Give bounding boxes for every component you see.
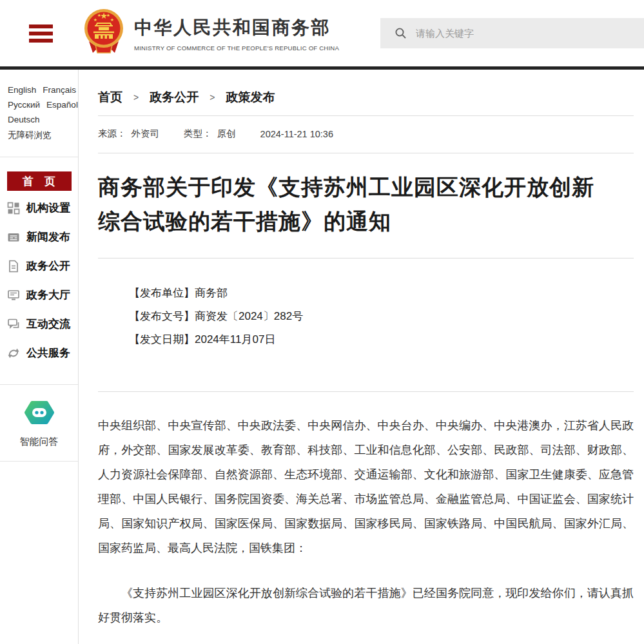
site-title: 中华人民共和国商务部 bbox=[134, 15, 339, 40]
divider bbox=[98, 258, 634, 259]
svg-text:★: ★ bbox=[110, 17, 114, 22]
accessibility-link[interactable]: 无障碍浏览 bbox=[8, 130, 52, 141]
robot-qa-icon bbox=[24, 400, 55, 425]
article-title: 商务部关于印发《支持苏州工业园区深化开放创新综合试验的若干措施》的通知 bbox=[98, 170, 607, 239]
chat-icon bbox=[7, 318, 20, 331]
document-icon bbox=[7, 260, 20, 273]
news-icon bbox=[7, 231, 20, 244]
sidebar-item-label: 首 页 bbox=[23, 174, 55, 189]
notice-paragraph: 《支持苏州工业园区深化开放创新综合试验的若干措施》已经国务院同意，现印发给你们，… bbox=[98, 581, 634, 630]
sidebar-item-interaction[interactable]: 互动交流 bbox=[0, 309, 78, 338]
sidebar-item-home[interactable]: 首 页 bbox=[7, 171, 72, 191]
site-header: ★ ★ ★ ★ ★ 中华人民共和国商务部 MINISTRY OF COMMERC… bbox=[0, 0, 644, 66]
issue-date: 【发文日期】2024年11月07日 bbox=[129, 328, 634, 351]
publish-datetime: 2024-11-21 10:36 bbox=[260, 129, 333, 139]
sidebar-item-label: 公共服务 bbox=[26, 346, 70, 360]
breadcrumb-gov-disclosure[interactable]: 政务公开 bbox=[150, 89, 199, 106]
service-hall-icon bbox=[7, 289, 20, 302]
site-title-english: MINISTRY OF COMMERCE OF THE PEOPLE'S REP… bbox=[134, 44, 339, 52]
recipients-paragraph: 中央组织部、中央宣传部、中央政法委、中央网信办、中央台办、中央编办、中央港澳办，… bbox=[98, 413, 634, 560]
sidebar-item-label: 新闻发布 bbox=[26, 229, 70, 244]
lang-espanol[interactable]: Español bbox=[46, 100, 78, 110]
sidebar: English Français Русский Español Deutsch… bbox=[0, 70, 79, 644]
svg-text:★: ★ bbox=[93, 17, 97, 22]
svg-text:★: ★ bbox=[97, 13, 101, 17]
search-icon[interactable] bbox=[395, 27, 407, 39]
sidebar-item-org-setup[interactable]: 机构设置 bbox=[0, 193, 78, 222]
smart-qa-label: 智能问答 bbox=[0, 436, 78, 448]
national-emblem-logo[interactable]: ★ ★ ★ ★ ★ bbox=[83, 8, 125, 59]
source-value: 外资司 bbox=[132, 128, 160, 139]
sidebar-item-label: 政务大厅 bbox=[26, 288, 70, 302]
article-body: 中央组织部、中央宣传部、中央政法委、中央网信办、中央台办、中央编办、中央港澳办，… bbox=[98, 413, 634, 630]
breadcrumb-separator: > bbox=[210, 92, 215, 102]
source-label: 来源： bbox=[98, 128, 126, 139]
lang-deutsch[interactable]: Deutsch bbox=[8, 115, 40, 124]
lang-russian[interactable]: Русский bbox=[8, 100, 40, 110]
search-box bbox=[380, 18, 644, 48]
smart-qa-widget[interactable]: 智能问答 bbox=[0, 384, 78, 462]
divider bbox=[98, 153, 634, 153]
svg-text:★: ★ bbox=[106, 13, 110, 17]
breadcrumb-home[interactable]: 首页 bbox=[98, 89, 122, 106]
sidebar-item-public-services[interactable]: 公共服务 bbox=[0, 338, 78, 367]
search-input[interactable] bbox=[416, 28, 644, 39]
sidebar-item-news[interactable]: 新闻发布 bbox=[0, 222, 78, 251]
sidebar-item-label: 互动交流 bbox=[26, 317, 70, 331]
publish-unit: 【发布单位】商务部 bbox=[129, 282, 634, 305]
breadcrumb-policy-release[interactable]: 政策发布 bbox=[226, 89, 275, 106]
language-switcher: English Français Русский Español Deutsch… bbox=[0, 70, 78, 157]
divider bbox=[98, 391, 634, 392]
sidebar-nav: 首 页 机构设置 新闻发布 bbox=[0, 157, 78, 376]
breadcrumb: 首页 > 政务公开 > 政策发布 bbox=[98, 89, 634, 106]
public-service-icon bbox=[7, 347, 20, 360]
main-content: 首页 > 政务公开 > 政策发布 来源： 外资司 类型： 原创 2024-11-… bbox=[79, 70, 644, 644]
sidebar-item-label: 机构设置 bbox=[26, 200, 70, 215]
lang-english[interactable]: English bbox=[8, 85, 36, 95]
document-details: 【发布单位】商务部 【发布文号】商资发〔2024〕282号 【发文日期】2024… bbox=[129, 282, 634, 351]
sidebar-item-gov-disclosure[interactable]: 政务公开 bbox=[0, 251, 78, 280]
type-label: 类型： bbox=[184, 128, 212, 139]
sidebar-item-service-hall[interactable]: 政务大厅 bbox=[0, 280, 78, 309]
site-title-block: 中华人民共和国商务部 MINISTRY OF COMMERCE OF THE P… bbox=[134, 15, 339, 52]
breadcrumb-separator: > bbox=[133, 92, 139, 102]
lang-francais[interactable]: Français bbox=[43, 85, 76, 95]
sidebar-item-label: 政务公开 bbox=[26, 259, 70, 273]
type-value: 原创 bbox=[217, 128, 236, 139]
org-grid-icon bbox=[7, 202, 20, 215]
menu-icon[interactable] bbox=[29, 21, 53, 46]
document-number: 【发布文号】商资发〔2024〕282号 bbox=[129, 305, 634, 328]
divider bbox=[98, 115, 634, 116]
article-meta: 来源： 外资司 类型： 原创 2024-11-21 10:36 bbox=[98, 128, 634, 140]
